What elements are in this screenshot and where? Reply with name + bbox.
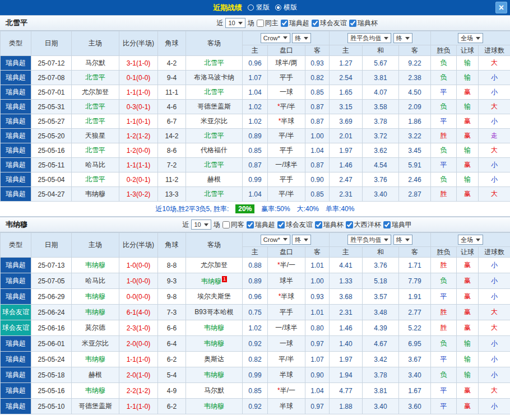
final-odds-select[interactable]: 终 <box>292 33 311 43</box>
result-cell: 胜 <box>431 305 457 320</box>
handicap-cell: *半球 <box>268 114 305 129</box>
avg-home-odds-cell: 1.27 <box>330 56 363 71</box>
same-venue-label: 同主 <box>265 18 279 28</box>
handicap-star: * <box>277 261 280 269</box>
chevron-down-icon <box>476 239 480 241</box>
final-avg-select[interactable]: 终 <box>393 235 412 245</box>
handicap-result-cell: 赢 <box>457 158 479 172</box>
chevron-down-icon <box>283 36 288 39</box>
type-cell: 瑞典超 <box>1 352 31 367</box>
same-venue-checkbox[interactable] <box>257 20 264 27</box>
same-venue-filter[interactable]: 同客 <box>222 220 244 230</box>
score-cell: 1-1(1-0) <box>119 85 158 100</box>
filters: 近 10 场 同主 瑞典超球会友谊瑞典杯 <box>90 18 504 28</box>
layout-vertical-radio[interactable]: 竖版 <box>248 3 270 12</box>
avg-draw-odds-cell: 3.40 <box>363 187 399 202</box>
layout-horizontal-radio[interactable]: 横版 <box>275 3 297 12</box>
avg-odds-select[interactable]: 胜平负均值 <box>347 33 391 43</box>
league-checkbox[interactable] <box>383 221 391 228</box>
final-avg-select[interactable]: 终 <box>393 33 412 43</box>
league-filter[interactable]: 瑞典甲 <box>383 220 412 230</box>
league-checkbox[interactable] <box>277 221 285 228</box>
corner-cell: 6-2 <box>158 352 186 367</box>
goals-cell: 大 <box>479 187 510 202</box>
date-cell: 25-07-13 <box>31 258 72 273</box>
bookmaker-select[interactable]: Crow* <box>261 235 290 245</box>
corner-cell: 11-1 <box>158 85 186 100</box>
league-checkbox[interactable] <box>247 221 254 228</box>
avg-away-odds-cell: 3.40 <box>399 367 431 383</box>
league-checkbox[interactable] <box>281 20 288 27</box>
avg-odds-select-value: 胜平负均值 <box>350 236 381 244</box>
result-cell: 负 <box>431 273 457 289</box>
same-venue-filter[interactable]: 同主 <box>257 18 279 28</box>
match-history-section-2: 韦纳穆 近 10 场 同客 瑞典超球会友谊瑞典杯大西洋杯瑞典甲 <box>0 217 510 414</box>
match-scope-select[interactable]: 全场 <box>458 235 483 245</box>
score-cell: 1-1(1-1) <box>119 158 158 172</box>
league-filter[interactable]: 瑞典超 <box>281 18 309 28</box>
score-cell: 0-2(0-1) <box>119 172 158 187</box>
col-handicap-result: 让球 <box>457 247 479 258</box>
type-cell: 瑞典超 <box>1 383 31 399</box>
avg-home-odds-cell: 1.97 <box>330 143 363 158</box>
league-checkbox[interactable] <box>346 221 353 228</box>
handicap-away-odds-cell: 0.85 <box>305 85 330 100</box>
final-odds-select[interactable]: 终 <box>292 235 311 245</box>
avg-home-odds-cell: 4.77 <box>330 383 363 399</box>
result-cell: 平 <box>431 85 457 100</box>
league-checkbox[interactable] <box>315 221 322 228</box>
handicap-result-cell: 输 <box>457 172 479 187</box>
score-cell: 3-1(1-0) <box>119 56 158 71</box>
date-cell: 25-07-01 <box>31 85 72 100</box>
match-row: 瑞典超25-06-01米亚尔比2-0(0-0)6-4韦纳穆0.92一球0.971… <box>1 336 510 352</box>
league-filter[interactable]: 瑞典超 <box>247 220 275 230</box>
match-row: 球会友谊25-06-24韦纳穆6-1(4-0)7-3B93哥本哈根0.75平手1… <box>1 305 510 320</box>
handicap-cell: 平/半 <box>268 352 305 367</box>
league-filter[interactable]: 瑞典杯 <box>315 220 344 230</box>
league-filter[interactable]: 球会友谊 <box>277 220 313 230</box>
date-cell: 25-06-01 <box>31 336 72 352</box>
match-row: 瑞典超25-07-12马尔默3-1(1-0)4-2北雪平0.96球半/两0.93… <box>1 56 510 71</box>
corner-cell: 13-3 <box>158 187 186 202</box>
score-cell: 2-0(1-0) <box>119 367 158 383</box>
league-filter[interactable]: 瑞典杯 <box>349 18 378 28</box>
corner-cell: 8-6 <box>158 143 186 158</box>
match-count-select[interactable]: 10 <box>225 18 245 28</box>
date-cell: 25-07-12 <box>31 56 72 71</box>
result-cell: 负 <box>431 71 457 85</box>
league-checkbox[interactable] <box>349 20 356 27</box>
date-cell: 25-05-27 <box>31 114 72 129</box>
home-team-cell: 赫根 <box>72 367 119 383</box>
match-row: 瑞典超25-05-10哥德堡盖斯1-1(1-0)6-2韦纳穆0.92半球0.97… <box>1 399 510 414</box>
handicap-result-cell: 输 <box>457 56 479 71</box>
match-scope-select[interactable]: 全场 <box>458 33 483 43</box>
league-label: 球会友谊 <box>320 18 347 28</box>
league-filter[interactable]: 大西洋杯 <box>346 220 381 230</box>
handicap-result-cell: 输 <box>457 336 479 352</box>
away-team-cell: 米亚尔比 <box>186 114 243 129</box>
col-handicap-home: 主 <box>243 45 268 56</box>
league-filter[interactable]: 球会友谊 <box>312 18 347 28</box>
summary-single-rate: 单率:40% <box>326 204 354 214</box>
match-count-select[interactable]: 10 <box>191 220 211 230</box>
bookmaker-select[interactable]: Crow* <box>261 33 290 43</box>
radio-icon <box>275 4 281 11</box>
result-cell: 胜 <box>431 258 457 273</box>
games-label: 场 <box>248 18 254 28</box>
bookmaker-select-value: Crow* <box>263 236 280 243</box>
handicap-away-odds-cell: 0.97 <box>305 336 330 352</box>
home-team-cell: 尤尔加登 <box>72 85 119 100</box>
same-venue-checkbox[interactable] <box>222 221 230 228</box>
radio-icon <box>248 4 254 11</box>
games-label: 场 <box>214 220 220 230</box>
handicap-cell: 一球 <box>268 85 305 100</box>
handicap-away-odds-cell: 0.82 <box>305 71 330 85</box>
handicap-result-cell: 赢 <box>457 187 479 202</box>
avg-odds-select[interactable]: 胜平负均值 <box>347 235 391 245</box>
handicap-home-odds-cell: 0.92 <box>243 336 268 352</box>
near-label: 近 <box>216 18 223 28</box>
type-cell: 瑞典超 <box>1 114 31 129</box>
league-checkbox[interactable] <box>312 20 319 27</box>
close-button[interactable]: × <box>495 2 507 13</box>
home-team-cell: 韦纳穆 <box>72 305 119 320</box>
